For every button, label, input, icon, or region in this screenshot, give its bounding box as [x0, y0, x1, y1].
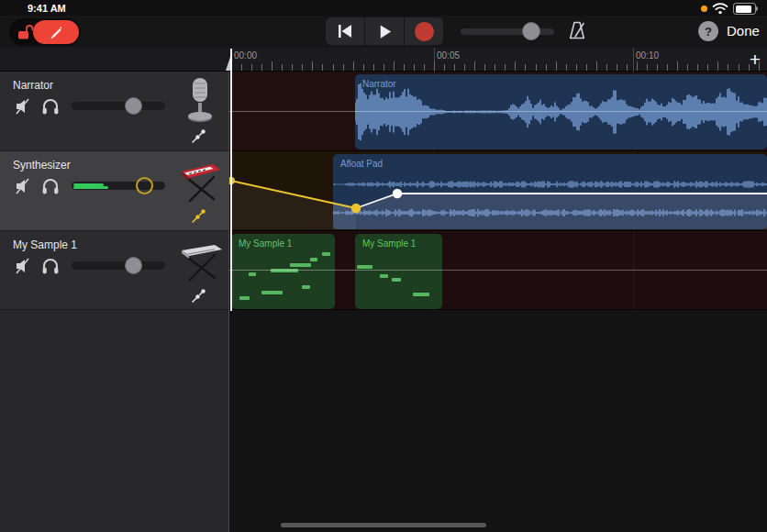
automation-edit-toggle[interactable]: [33, 20, 79, 44]
ruler-tick: [384, 64, 384, 71]
ruler-tick: [677, 61, 678, 71]
region-narrator[interactable]: Narrator: [355, 74, 767, 150]
mute-icon[interactable]: [14, 97, 34, 116]
region-my-sample-1[interactable]: My Sample 1: [355, 234, 442, 309]
volume-automation-curve[interactable]: [229, 151, 767, 231]
headphones-icon[interactable]: [40, 257, 61, 275]
help-button[interactable]: ?: [698, 21, 718, 41]
rewind-button[interactable]: [326, 17, 364, 45]
region-label: My Sample 1: [362, 238, 416, 249]
master-volume-knob[interactable]: [522, 22, 540, 40]
status-icons: [701, 3, 756, 15]
track-header-narrator[interactable]: Narrator: [0, 72, 228, 151]
ruler-label-0010: 00:10: [636, 50, 659, 61]
time-ruler[interactable]: 00:00 00:05 00:10 +: [0, 48, 767, 72]
ruler-tick: [566, 64, 567, 71]
automation-line: [229, 270, 767, 271]
region-my-sample-1[interactable]: My Sample 1: [231, 234, 335, 309]
ruler-tick: [536, 64, 537, 71]
automation-node[interactable]: [393, 189, 402, 198]
status-time: 9:41 AM: [28, 3, 66, 14]
track-volume-knob[interactable]: [125, 257, 142, 274]
red-synth-keyboard-icon[interactable]: [176, 156, 224, 204]
ruler-tick: [707, 64, 708, 71]
midi-note: [357, 265, 372, 269]
midi-note: [302, 285, 310, 289]
midi-note: [413, 293, 429, 296]
ruler-tick: [353, 61, 354, 71]
ruler-gridline: [633, 48, 634, 72]
ruler-tick: [637, 61, 638, 71]
mute-icon[interactable]: [14, 177, 34, 195]
automation-icon[interactable]: [191, 288, 207, 305]
ruler-tick: [322, 64, 323, 71]
done-button[interactable]: Done: [727, 23, 760, 39]
track-name: Synthesizer: [13, 159, 71, 172]
ruler-tick: [576, 64, 577, 71]
headphones-icon[interactable]: [40, 177, 61, 195]
metronome-icon[interactable]: [565, 19, 589, 43]
track-volume-slider[interactable]: [72, 182, 165, 190]
ruler-tick: [261, 64, 262, 71]
microphone-icon[interactable]: [176, 76, 224, 124]
ruler-tick: [739, 64, 739, 71]
headphones-icon[interactable]: [40, 97, 61, 116]
ruler-tick: [556, 61, 557, 71]
ruler-tick: [546, 64, 547, 71]
ruler-tick: [525, 64, 526, 71]
automation-line: [229, 111, 767, 112]
track-volume-slider[interactable]: [72, 261, 165, 270]
ruler-tick: [474, 61, 475, 71]
ruler-tick: [728, 64, 728, 71]
horizontal-scrollbar[interactable]: [281, 523, 486, 527]
garageband-tracks-view: 9:41 AM: [0, 0, 767, 532]
automation-icon[interactable]: [191, 128, 207, 145]
ruler-tick: [302, 64, 303, 71]
ruler-tick: [292, 64, 293, 71]
track-header-synthesizer[interactable]: Synthesizer: [0, 151, 228, 231]
ruler-tick: [434, 61, 435, 71]
playhead[interactable]: [230, 49, 232, 311]
automation-node[interactable]: [351, 204, 361, 213]
ruler-tick: [282, 64, 283, 71]
timeline-area[interactable]: Narrator Afloat Pad My Sample 1My Sample…: [229, 72, 767, 532]
track-volume-slider[interactable]: [72, 102, 165, 110]
track-name: Narrator: [13, 79, 53, 92]
ruler-tick: [404, 64, 405, 71]
microphone-in-use-dot-icon: [701, 6, 707, 12]
play-button[interactable]: [365, 17, 404, 45]
track-header-my-sample-1[interactable]: My Sample 1: [0, 231, 228, 310]
track-header-sidebar: Narrator: [0, 72, 229, 532]
ruler-tick: [606, 64, 607, 71]
midi-note: [249, 272, 256, 276]
ruler-tick: [424, 64, 425, 71]
pencil-icon: [47, 23, 65, 41]
ruler-tick: [363, 64, 364, 71]
midi-note: [310, 258, 317, 261]
track-name: My Sample 1: [13, 238, 77, 251]
midi-note: [380, 274, 388, 278]
ruler-tick: [414, 64, 415, 71]
toolbar: ? Done: [0, 16, 767, 48]
track-volume-knob[interactable]: [136, 177, 153, 194]
ruler-tick: [454, 64, 455, 71]
ruler-label-0005: 00:05: [437, 50, 460, 61]
open-padlock-icon[interactable]: [16, 23, 34, 41]
ruler-tick: [495, 64, 495, 71]
automation-mode-control: [9, 18, 81, 46]
master-volume-slider[interactable]: [461, 28, 554, 35]
gray-keyboard-icon[interactable]: [176, 236, 224, 283]
automation-icon-active[interactable]: [191, 208, 207, 225]
ruler-label-0000: 00:00: [234, 50, 257, 61]
mute-icon[interactable]: [14, 257, 34, 275]
status-bar: 9:41 AM: [0, 0, 767, 16]
ruler-tick: [596, 61, 597, 71]
record-button[interactable]: [405, 17, 443, 45]
ruler-tick: [759, 61, 760, 71]
ruler-tick: [373, 64, 374, 71]
track-lane-my-sample-1[interactable]: My Sample 1My Sample 1: [229, 231, 767, 310]
track-lane-narrator[interactable]: Narrator: [229, 72, 767, 151]
track-volume-knob[interactable]: [125, 97, 142, 115]
ruler-tick: [312, 61, 313, 71]
wifi-icon: [712, 3, 728, 15]
